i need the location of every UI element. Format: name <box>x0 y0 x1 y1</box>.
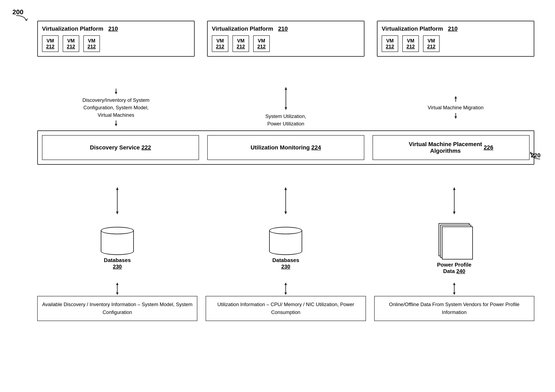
bottom-arrow-col-3 <box>374 281 534 296</box>
svg-marker-5 <box>285 87 287 90</box>
svg-marker-19 <box>453 187 455 190</box>
virt-platform-3-title-text: Virtualization Platform <box>382 25 443 32</box>
virt-platform-3-num: 210 <box>448 25 458 32</box>
virt-platform-2-num: 210 <box>278 25 288 32</box>
svg-marker-29 <box>453 292 455 295</box>
vm-3-1: VM 212 <box>382 35 398 52</box>
arrow-up-3 <box>453 96 459 102</box>
bot-dbl-arrow-2 <box>283 282 289 295</box>
mid-dbl-arrow-1 <box>114 186 120 215</box>
discovery-service-label: Discovery Service <box>90 144 140 151</box>
virt-platform-3-vms: VM 212 VM 212 VM 212 <box>382 35 530 52</box>
bottom-arrows-row <box>37 281 534 296</box>
vm-1-2: VM 212 <box>63 35 79 52</box>
arrow-label-3: Virtual Machine Migration <box>428 104 483 111</box>
svg-marker-10 <box>454 116 457 119</box>
dbl-arrow-2 <box>283 86 289 111</box>
svg-marker-22 <box>116 282 118 285</box>
arrow-down-3 <box>453 113 459 119</box>
vm-placement-num: 226 <box>484 144 493 151</box>
cylinder-1 <box>101 227 134 255</box>
arrow-col-2: System Utilization,Power Utilization <box>207 85 365 130</box>
arrow-label-1: Discovery/Inventory of SystemConfigurati… <box>82 96 149 119</box>
virt-platform-1: Virtualization Platform 210 VM 212 VM 21… <box>37 21 195 57</box>
virt-platform-3-title: Virtualization Platform 210 <box>382 25 530 32</box>
vm-1-1: VM 212 <box>42 35 58 52</box>
database-2-col: Databases 230 <box>206 219 366 277</box>
vm-2-2: VM 212 <box>233 35 249 52</box>
services-group-arrow <box>530 151 542 161</box>
virt-platform-1-title: Virtualization Platform 210 <box>42 25 190 32</box>
discovery-service-num: 222 <box>141 144 151 151</box>
bottom-text-box-3: Online/Offline Data From System Vendors … <box>374 296 534 321</box>
mid-arrow-col-2 <box>206 182 366 219</box>
arrow-col-1: Discovery/Inventory of SystemConfigurati… <box>37 85 195 130</box>
arrow-down-1-top <box>113 89 119 95</box>
data-row: Databases 230 Databases 230 <box>37 219 534 277</box>
database-1-col: Databases 230 <box>37 219 197 277</box>
stacked-pages <box>436 222 473 259</box>
power-profile-label: Power ProfileData 240 <box>437 262 471 274</box>
vm-2-1: VM 212 <box>212 35 228 52</box>
virtualization-platforms-row: Virtualization Platform 210 VM 212 VM 21… <box>37 21 534 57</box>
svg-marker-23 <box>116 292 118 295</box>
svg-marker-3 <box>115 124 117 126</box>
vm-1-3: VM 212 <box>83 35 100 52</box>
svg-marker-11 <box>530 151 532 154</box>
vm-placement-box: Virtual Machine PlacementAlgorithms 226 <box>372 135 530 160</box>
database-2: Databases 230 <box>269 227 302 270</box>
vm-3-2: VM 212 <box>402 35 419 52</box>
vm-placement-label: Virtual Machine PlacementAlgorithms <box>409 141 482 154</box>
svg-marker-13 <box>116 187 118 190</box>
arrow-col-3: Virtual Machine Migration <box>377 85 534 130</box>
arrow-down-1-bot <box>113 120 119 127</box>
virt-platform-2: Virtualization Platform 210 VM 212 VM 21… <box>207 21 365 57</box>
database-1: Databases 230 <box>101 227 134 270</box>
svg-marker-6 <box>285 107 287 110</box>
database-2-label: Databases 230 <box>272 257 299 270</box>
mid-arrows-section <box>37 182 534 219</box>
virt-platform-1-vms: VM 212 VM 212 VM 212 <box>42 35 190 52</box>
mid-dbl-arrow-3 <box>451 186 457 215</box>
svg-marker-14 <box>116 212 118 214</box>
bottom-text-2: Utilization Information – CPU/ Memory / … <box>217 302 354 315</box>
svg-marker-16 <box>285 187 287 190</box>
mid-arrow-col-1 <box>37 182 197 219</box>
fig-arrow-200 <box>14 15 31 25</box>
virt-platform-2-title: Virtualization Platform 210 <box>212 25 360 32</box>
bot-dbl-arrow-1 <box>114 282 120 295</box>
cyl-2-top <box>269 227 302 234</box>
discovery-service-box: Discovery Service 222 <box>42 135 199 160</box>
mid-arrow-col-3 <box>374 182 534 219</box>
svg-marker-28 <box>453 282 455 285</box>
cyl-1-top <box>101 227 134 234</box>
database-1-label: Databases 230 <box>104 257 131 270</box>
cylinder-2 <box>269 227 302 255</box>
bottom-text-row: Available Discovery / Inventory Informat… <box>37 296 534 321</box>
bottom-arrow-col-2 <box>206 281 366 296</box>
services-outer-box: Discovery Service 222 Utilization Monito… <box>37 130 534 165</box>
virt-platform-2-title-text: Virtualization Platform <box>212 25 273 32</box>
page-front <box>442 226 473 259</box>
arrow-label-2: System Utilization,Power Utilization <box>265 113 306 127</box>
top-arrows-section: Discovery/Inventory of SystemConfigurati… <box>37 85 534 130</box>
bot-dbl-arrow-3 <box>451 282 457 295</box>
svg-marker-25 <box>285 282 287 285</box>
mid-dbl-arrow-2 <box>283 186 289 215</box>
virt-platform-3: Virtualization Platform 210 VM 212 VM 21… <box>377 21 534 57</box>
virt-platform-1-num: 210 <box>108 25 118 32</box>
utilization-monitoring-num: 224 <box>311 144 321 151</box>
bottom-text-3: Online/Offline Data From System Vendors … <box>389 302 519 315</box>
svg-marker-1 <box>115 92 117 94</box>
vm-2-3: VM 212 <box>253 35 270 52</box>
virt-platform-2-vms: VM 212 VM 212 VM 212 <box>212 35 360 52</box>
bottom-text-box-2: Utilization Information – CPU/ Memory / … <box>206 296 366 321</box>
bottom-arrow-col-1 <box>37 281 197 296</box>
bottom-text-box-1: Available Discovery / Inventory Informat… <box>37 296 197 321</box>
power-profile: Power ProfileData 240 <box>436 222 473 274</box>
bottom-text-1: Available Discovery / Inventory Informat… <box>42 302 193 315</box>
svg-marker-26 <box>285 292 287 295</box>
virt-platform-1-title-text: Virtualization Platform <box>42 25 103 32</box>
vm-3-3: VM 212 <box>423 35 439 52</box>
power-profile-col: Power ProfileData 240 <box>374 219 534 277</box>
